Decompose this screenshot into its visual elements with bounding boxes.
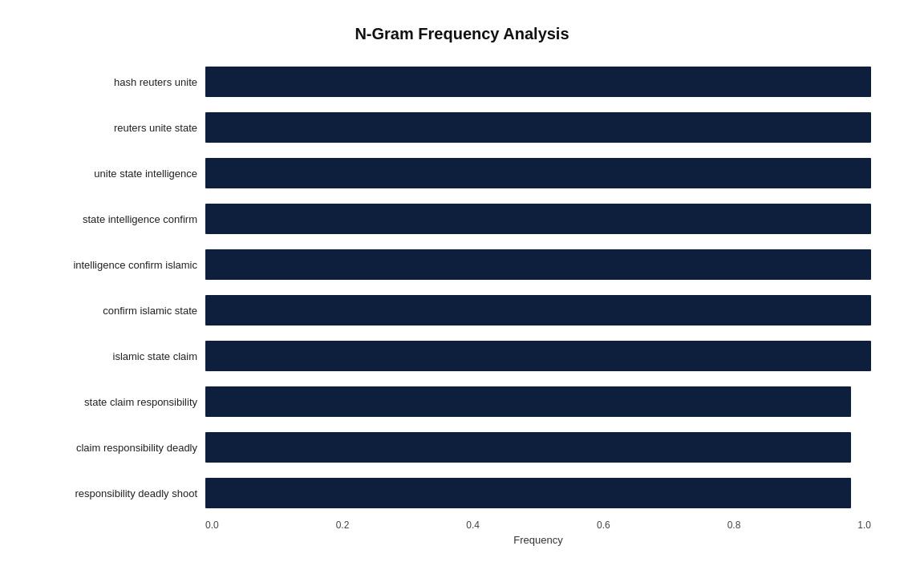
bar-label: unite state intelligence [37,168,197,180]
bar-row: intelligence confirm islamic [205,242,871,288]
chart-container: N-Gram Frequency Analysis hash reuters u… [21,9,903,554]
x-axis-container: 0.00.20.40.60.81.0 Frequency [205,520,871,552]
chart-title: N-Gram Frequency Analysis [37,25,887,43]
bar [205,432,851,463]
bar-label: confirm islamic state [37,305,197,317]
bar-row: responsibility deadly shoot [205,471,871,516]
bar-row: state intelligence confirm [205,196,871,242]
bar-row: islamic state claim [205,334,871,379]
bar-row: reuters unite state [205,105,871,151]
x-tick: 0.2 [336,520,350,531]
bar [205,158,871,188]
bar [205,341,871,371]
bar [205,249,871,280]
bar-label: islamic state claim [37,350,197,362]
chart-area: hash reuters unitereuters unite stateuni… [205,59,871,516]
bar-row: claim responsibility deadly [205,425,871,471]
x-tick: 0.6 [597,520,610,531]
bar-label: reuters unite state [37,122,197,134]
bar-label: responsibility deadly shoot [37,487,197,499]
bar-label: state intelligence confirm [37,213,197,225]
bar-label: intelligence confirm islamic [37,259,197,271]
bar [205,112,871,143]
x-tick: 1.0 [857,520,871,531]
bar [205,295,871,325]
bar-row: hash reuters unite [205,59,871,105]
bar-label: state claim responsibility [37,396,197,408]
bar [205,478,851,508]
bar-row: confirm islamic state [205,288,871,334]
bar-row: state claim responsibility [205,379,871,425]
x-tick: 0.8 [727,520,741,531]
x-tick: 0.0 [205,520,219,531]
x-axis-ticks: 0.00.20.40.60.81.0 [205,520,871,531]
bar [205,386,851,417]
x-tick: 0.4 [466,520,480,531]
bar [205,67,871,97]
bar-label: claim responsibility deadly [37,442,197,454]
x-axis-label: Frequency [205,534,871,546]
bar-row: unite state intelligence [205,151,871,196]
bar [205,204,871,234]
bar-label: hash reuters unite [37,76,197,88]
